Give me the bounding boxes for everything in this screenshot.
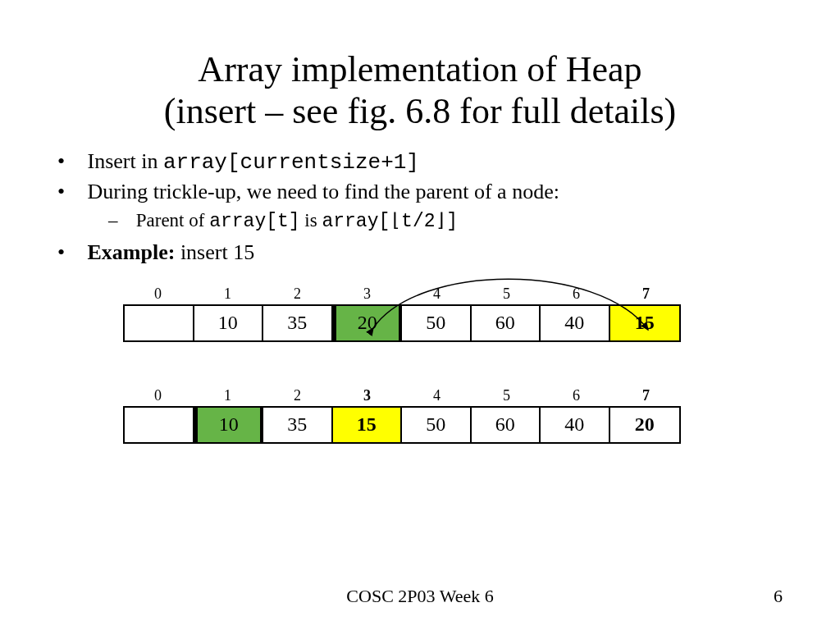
array-index: 0 bbox=[123, 285, 193, 304]
array-index: 1 bbox=[193, 285, 262, 304]
array-index: 4 bbox=[402, 387, 472, 406]
bullet-3: Example: insert 15 bbox=[82, 238, 783, 267]
array-cell: 60 bbox=[472, 306, 541, 340]
array-1: 01234567 10352050604015 bbox=[123, 285, 681, 342]
array-2: 01234567 10351550604020 bbox=[123, 387, 681, 444]
array-index: 4 bbox=[402, 285, 472, 304]
footer-page-number: 6 bbox=[774, 586, 783, 607]
array-cell: 40 bbox=[541, 306, 610, 340]
sub-bullet-1: Parent of array[t] is array[⌊t/2⌋] bbox=[131, 208, 783, 235]
array-index: 3 bbox=[332, 387, 402, 406]
bullet-1: Insert in array[currentsize+1] bbox=[82, 147, 783, 177]
sub-bullet-1-code2: array[⌊t/2⌋] bbox=[322, 211, 458, 232]
title-line-1: Array implementation of Heap bbox=[198, 49, 641, 89]
array-cell: 20 bbox=[610, 408, 679, 442]
array-index: 7 bbox=[611, 285, 681, 304]
array-cell: 60 bbox=[472, 408, 541, 442]
bullet-1-text: Insert in bbox=[88, 149, 163, 173]
bullet-list: Insert in array[currentsize+1] During tr… bbox=[82, 147, 783, 267]
slide-title: Array implementation of Heap (insert – s… bbox=[57, 49, 783, 132]
footer-center: COSC 2P03 Week 6 bbox=[0, 586, 840, 607]
array-1-index-row: 01234567 bbox=[123, 285, 681, 304]
array-cell: 15 bbox=[333, 408, 403, 442]
array-cell: 40 bbox=[541, 408, 610, 442]
array-cell bbox=[125, 408, 194, 442]
array-index: 5 bbox=[472, 387, 541, 406]
array-cell: 20 bbox=[333, 306, 403, 340]
sub-bullet-1-prefix: Parent of bbox=[136, 210, 209, 231]
array-cell: 15 bbox=[610, 306, 679, 340]
array-index: 7 bbox=[611, 387, 681, 406]
array-index: 1 bbox=[193, 387, 262, 406]
array-cell bbox=[125, 306, 194, 340]
array-index: 2 bbox=[262, 285, 332, 304]
array-cell: 50 bbox=[402, 306, 472, 340]
array-index: 0 bbox=[123, 387, 193, 406]
bullet-2: During trickle-up, we need to find the p… bbox=[82, 177, 783, 235]
array-2-value-row: 10351550604020 bbox=[123, 406, 681, 444]
array-1-value-row: 10352050604015 bbox=[123, 304, 681, 342]
title-line-2: (insert – see fig. 6.8 for full details) bbox=[164, 91, 676, 131]
array-index: 5 bbox=[472, 285, 541, 304]
slide: Array implementation of Heap (insert – s… bbox=[0, 0, 840, 630]
array-cell: 10 bbox=[194, 408, 264, 442]
sub-bullet-list: Parent of array[t] is array[⌊t/2⌋] bbox=[131, 208, 783, 235]
array-cell: 10 bbox=[194, 306, 264, 340]
array-cell: 50 bbox=[402, 408, 472, 442]
array-index: 6 bbox=[541, 387, 611, 406]
array-index: 2 bbox=[262, 387, 332, 406]
array-index: 6 bbox=[541, 285, 611, 304]
array-cell: 35 bbox=[263, 408, 333, 442]
bullet-3-bold: Example: bbox=[88, 240, 176, 264]
array-index: 3 bbox=[332, 285, 402, 304]
bullet-2-text: During trickle-up, we need to find the p… bbox=[88, 180, 559, 203]
bullet-3-rest: insert 15 bbox=[175, 240, 254, 264]
sub-bullet-1-code1: array[t] bbox=[209, 211, 299, 232]
array-cell: 35 bbox=[263, 306, 333, 340]
array-2-index-row: 01234567 bbox=[123, 387, 681, 406]
bullet-1-code: array[currentsize+1] bbox=[163, 150, 419, 175]
sub-bullet-1-mid: is bbox=[300, 210, 322, 231]
